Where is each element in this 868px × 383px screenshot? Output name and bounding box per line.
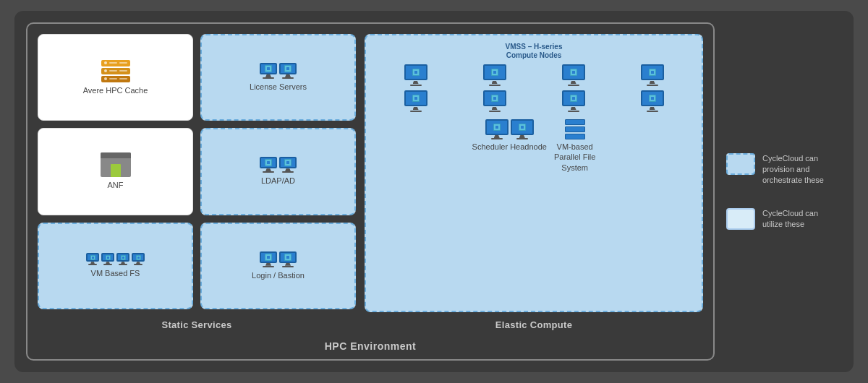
- static-services-label: Static Services: [38, 317, 356, 330]
- compute-node: [456, 64, 532, 86]
- license-label: License Servers: [250, 82, 307, 92]
- ldap-monitor-1: [260, 157, 277, 173]
- vmfs-monitor-3: [116, 253, 129, 265]
- bottom-section: Scheduler Headnode VM-based Parallel Fil…: [373, 116, 694, 176]
- avere-icon: [101, 60, 130, 82]
- hpc-outer-box: Avere HPC Cache: [26, 22, 715, 361]
- main-container: Avere HPC Cache: [14, 11, 854, 372]
- legend-text-2: CycleCloud can utilize these: [762, 208, 836, 231]
- card-login: Login / Bastion: [200, 223, 356, 309]
- legend: CycleCloud can provision and orchestrate…: [726, 153, 842, 231]
- login-label: Login / Bastion: [252, 270, 305, 280]
- scheduler-icon: [485, 119, 534, 139]
- hpc-inner: Avere HPC Cache: [27, 24, 713, 335]
- compute-node: [535, 64, 611, 86]
- anf-icon: [101, 152, 131, 177]
- vmfs-icon-container: [86, 253, 145, 265]
- login-icon-container: [260, 251, 297, 267]
- card-license: License Servers: [200, 34, 356, 121]
- elastic-compute-label: Elastic Compute: [365, 317, 703, 330]
- elastic-compute-column: VMSS – H-series Compute Nodes: [365, 34, 703, 330]
- hpc-label: HPC Environment: [27, 335, 713, 359]
- vmfs-monitor-1: [86, 253, 99, 265]
- disk-layer-2: [101, 68, 130, 74]
- compute-node: [378, 64, 454, 86]
- vmfs-label: VM Based FS: [91, 268, 140, 278]
- compute-node: [456, 90, 532, 112]
- license-icon-container: [260, 63, 297, 79]
- card-avere: Avere HPC Cache: [38, 34, 193, 121]
- compute-node: [614, 64, 690, 86]
- avere-label: Avere HPC Cache: [83, 85, 148, 95]
- legend-item-2: CycleCloud can utilize these: [726, 208, 836, 231]
- compute-node: [535, 90, 611, 112]
- compute-node: [378, 90, 454, 112]
- monitor-icon-2: [279, 63, 297, 79]
- vmfs-monitor-2: [101, 253, 114, 265]
- login-monitor-2: [279, 251, 297, 267]
- legend-box-blue: [726, 153, 755, 175]
- ldap-label: LDAP/AD: [261, 176, 295, 186]
- scheduler-label: Scheduler Headnode: [472, 142, 547, 152]
- legend-box-light: [726, 208, 755, 230]
- ldap-icon-container: [260, 157, 297, 173]
- login-monitor-1: [260, 251, 277, 267]
- disk-layer-3: [101, 76, 130, 82]
- static-grid: Avere HPC Cache: [38, 34, 356, 309]
- elastic-inner-box: VMSS – H-series Compute Nodes: [365, 34, 703, 312]
- pfs-icon: [565, 119, 585, 139]
- anf-label: ANF: [108, 180, 124, 190]
- scheduler-monitor-2: [511, 119, 534, 139]
- monitor-icon-1: [260, 63, 277, 79]
- vmfs-monitor-4: [132, 253, 145, 265]
- pfs-label: VM-based Parallel File System: [554, 142, 595, 173]
- card-vmfs: VM Based FS: [38, 223, 193, 309]
- card-ldap: LDAP/AD: [200, 128, 356, 215]
- compute-nodes-row1: [373, 64, 694, 86]
- static-services-column: Avere HPC Cache: [38, 34, 356, 330]
- scheduler-item: Scheduler Headnode: [472, 119, 547, 152]
- disk-layer-1: [101, 60, 130, 66]
- scheduler-monitor-1: [485, 119, 509, 139]
- legend-text-1: CycleCloud can provision and orchestrate…: [762, 153, 836, 186]
- compute-nodes-row2: [373, 90, 694, 112]
- ldap-monitor-2: [279, 157, 297, 173]
- pfs-item: VM-based Parallel File System: [554, 119, 595, 173]
- compute-node: [614, 90, 690, 112]
- legend-item-1: CycleCloud can provision and orchestrate…: [726, 153, 836, 186]
- card-anf: ANF: [38, 128, 193, 215]
- vmss-label: VMSS – H-series Compute Nodes: [373, 43, 694, 60]
